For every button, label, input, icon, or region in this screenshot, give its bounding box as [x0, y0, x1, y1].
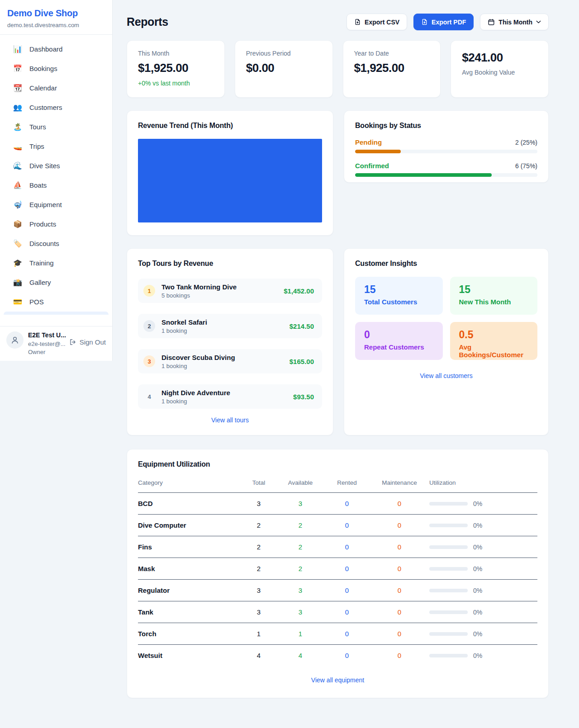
cell-category: Regulator	[138, 580, 241, 601]
export-csv-button[interactable]: Export CSV	[346, 14, 407, 30]
table-row: Tank 3 3 0 0 0%	[138, 601, 537, 623]
sidebar-item-label: Calendar	[29, 84, 57, 92]
insight-label: Total Customers	[364, 298, 434, 306]
tour-name: Night Dive Adventure	[161, 389, 293, 397]
cell-category: Wetsuit	[138, 645, 241, 667]
sidebar-item-label: Products	[29, 220, 56, 228]
sidebar-item-calendar[interactable]: 📆 Calendar	[0, 78, 112, 98]
table-row: Wetsuit 4 4 0 0 0%	[138, 645, 537, 667]
cell-rented: 0	[324, 515, 370, 536]
sidebar-item-products[interactable]: 📦 Products	[0, 214, 112, 234]
cell-total: 3	[241, 601, 276, 623]
cell-category: Tank	[138, 601, 241, 623]
sidebar-item-reports-active-partial[interactable]	[4, 312, 109, 315]
sidebar-item-gallery[interactable]: 📸 Gallery	[0, 273, 112, 292]
list-item: 3 Discover Scuba Diving 1 booking $165.0…	[138, 349, 322, 373]
column-header: Category	[138, 475, 241, 493]
sign-out-button[interactable]: Sign Out	[69, 338, 106, 346]
sidebar-item-tours[interactable]: 🏝️ Tours	[0, 117, 112, 137]
view-all-tours-link[interactable]: View all tours	[211, 416, 249, 424]
sidebar-item-dashboard[interactable]: 📊 Dashboard	[0, 39, 112, 59]
utilization-bar	[429, 567, 468, 571]
page-header: Reports Export CSV Export PDF	[127, 0, 549, 30]
stat-card-year-to-date: Year to Date $1,925.00	[343, 40, 441, 98]
cell-rented: 0	[324, 623, 370, 645]
equipment-table: Category Total Available Rented Maintena…	[138, 475, 537, 666]
insight-tile-avg-bookings: 0.5 Avg Bookings/Customer	[450, 322, 538, 360]
tour-bookings: 1 booking	[161, 398, 293, 405]
customer-insights-title: Customer Insights	[355, 260, 537, 268]
sidebar-item-customers[interactable]: 👥 Customers	[0, 98, 112, 117]
brand-name[interactable]: Demo Dive Shop	[7, 8, 105, 19]
sidebar-item-training[interactable]: 🎓 Training	[0, 253, 112, 273]
main-content: Reports Export CSV Export PDF	[127, 0, 549, 698]
rank-badge: 4	[143, 391, 155, 402]
column-header: Total	[241, 475, 276, 493]
sidebar-item-boats[interactable]: ⛵ Boats	[0, 175, 112, 195]
sign-out-label: Sign Out	[80, 338, 106, 346]
cell-utilization: 0%	[473, 587, 482, 594]
tour-bookings: 1 booking	[161, 327, 290, 334]
sidebar-item-equipment[interactable]: 🤿 Equipment	[0, 195, 112, 214]
calendar-date-icon: 📅	[13, 65, 23, 72]
tour-amount: $165.00	[290, 358, 314, 365]
cell-rented: 0	[324, 601, 370, 623]
cell-total: 1	[241, 623, 276, 645]
sidebar-item-discounts[interactable]: 🏷️ Discounts	[0, 234, 112, 253]
view-all-equipment-link[interactable]: View all equipment	[311, 676, 364, 684]
rank-badge: 1	[143, 285, 155, 297]
utilization-bar	[429, 524, 468, 527]
tour-amount: $214.50	[290, 322, 314, 330]
utilization-bar	[429, 610, 468, 614]
utilization-bar	[429, 654, 468, 657]
cell-total: 2	[241, 515, 276, 536]
stat-cards-row: This Month $1,925.00 +0% vs last month P…	[127, 40, 549, 98]
stat-value: $241.00	[462, 51, 537, 65]
stat-label: Year to Date	[354, 50, 430, 57]
stat-delta: +0% vs last month	[138, 80, 214, 87]
view-all-customers-link[interactable]: View all customers	[420, 372, 472, 379]
sidebar-item-pos[interactable]: 💳 POS	[0, 292, 112, 312]
cell-rented: 0	[324, 645, 370, 667]
rank-badge: 3	[143, 355, 155, 367]
sidebar-item-dive-sites[interactable]: 🌊 Dive Sites	[0, 156, 112, 175]
list-item: 4 Night Dive Adventure 1 booking $93.50	[138, 384, 322, 409]
cell-maintenance: 0	[370, 645, 429, 667]
sidebar-item-label: Gallery	[29, 279, 51, 286]
stat-label: Previous Period	[246, 50, 322, 57]
list-item: 2 Snorkel Safari 1 booking $214.50	[138, 314, 322, 338]
insight-label: Avg Bookings/Customer	[459, 343, 529, 359]
wave-icon: 🌊	[13, 162, 23, 170]
cell-utilization: 0%	[473, 565, 482, 572]
cell-maintenance: 0	[370, 558, 429, 580]
cell-maintenance: 0	[370, 623, 429, 645]
cell-available: 2	[276, 558, 324, 580]
person-icon	[10, 336, 19, 345]
sidebar-item-label: Bookings	[29, 65, 57, 72]
column-header: Available	[276, 475, 324, 493]
sidebar-item-bookings[interactable]: 📅 Bookings	[0, 59, 112, 78]
cell-utilization: 0%	[473, 500, 482, 507]
equipment-utilization-card: Equipment Utilization Category Total Ava…	[127, 449, 549, 698]
cell-available: 3	[276, 493, 324, 515]
insights-row: Top Tours by Revenue 1 Two Tank Morning …	[127, 248, 549, 435]
utilization-bar	[429, 632, 468, 636]
progress-track	[355, 173, 537, 177]
utilization-bar	[429, 502, 468, 506]
status-row-confirmed: Confirmed 6 (75%)	[355, 162, 537, 177]
cell-maintenance: 0	[370, 536, 429, 558]
utilization-bar	[429, 545, 468, 549]
sidebar-item-trips[interactable]: 🚤 Trips	[0, 137, 112, 156]
graduation-cap-icon: 🎓	[13, 260, 23, 267]
insight-grid: 15 Total Customers 15 New This Month 0 R…	[355, 277, 537, 360]
status-label: Pending	[355, 138, 382, 146]
sidebar-item-label: Dashboard	[29, 45, 62, 53]
sidebar-item-label: Trips	[29, 142, 44, 150]
table-row: Dive Computer 2 2 0 0 0%	[138, 515, 537, 536]
period-select[interactable]: This Month	[480, 14, 549, 30]
tour-amount: $93.50	[293, 393, 314, 401]
cell-category: Torch	[138, 623, 241, 645]
export-pdf-button[interactable]: Export PDF	[413, 14, 474, 30]
credit-card-icon: 💳	[13, 298, 23, 306]
status-label: Confirmed	[355, 162, 389, 170]
